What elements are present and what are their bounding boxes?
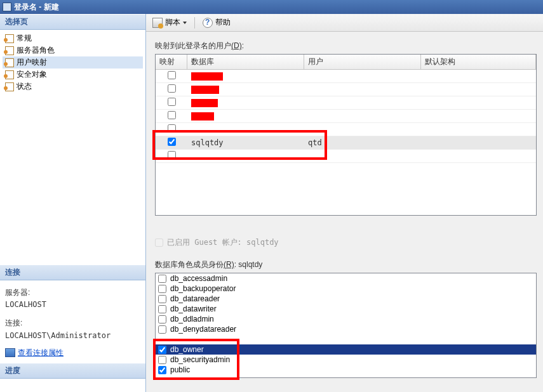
cell-map[interactable]	[156, 151, 187, 161]
page-list: 常规 服务器角色 用户映射 安全对象 状态	[0, 30, 145, 265]
cell-map[interactable]	[156, 138, 187, 148]
conn-label: 连接:	[5, 317, 140, 329]
window-icon	[3, 3, 11, 11]
redacted-text	[191, 99, 218, 107]
guest-checkbox	[155, 238, 163, 247]
map-checkbox[interactable]	[168, 71, 176, 79]
page-status[interactable]: 状态	[3, 81, 143, 93]
role-name: db_denydatareader	[170, 325, 236, 334]
role-item[interactable]: db_denydatareader	[156, 324, 536, 334]
map-checkbox[interactable]	[168, 98, 176, 106]
roles-list[interactable]: db_accessadmindb_backupoperatordb_datare…	[155, 273, 537, 378]
role-name: db_ddladmin	[170, 315, 214, 323]
connection-info: 服务器: LOCALHOST 连接: LOCALHOST\Administrat…	[0, 280, 145, 363]
page-label: 状态	[17, 81, 32, 92]
server-value: LOCALHOST	[5, 299, 140, 311]
page-label: 服务器角色	[17, 45, 55, 56]
help-label: 帮助	[215, 17, 231, 28]
progress-header: 进度	[0, 363, 145, 379]
table-row[interactable]	[156, 70, 536, 83]
left-panel: 选择页 常规 服务器角色 用户映射 安全对象 状态 连接	[0, 14, 146, 392]
map-checkbox[interactable]	[168, 138, 176, 146]
role-item[interactable]: db_accessadmin	[156, 273, 536, 284]
cell-map[interactable]	[156, 124, 187, 134]
redacted-text	[191, 112, 214, 121]
page-label: 安全对象	[17, 69, 47, 80]
chevron-down-icon	[183, 22, 187, 24]
role-checkbox[interactable]	[158, 356, 166, 364]
guest-label: 已启用 Guest 帐户: sqlqtdy	[167, 237, 279, 248]
redacted-text	[191, 72, 223, 81]
role-item[interactable]: db_datawriter	[156, 304, 536, 314]
view-props-label: 查看连接属性	[18, 347, 64, 359]
role-name: db_backupoperator	[170, 284, 236, 293]
cell-map[interactable]	[156, 71, 187, 81]
mapping-grid[interactable]: 映射 数据库 用户 默认架构 sqlqtdyqtd	[155, 54, 537, 216]
role-item[interactable]: db_datareader	[156, 294, 536, 304]
cell-map[interactable]	[156, 84, 187, 95]
cell-db[interactable]	[187, 85, 304, 94]
page-icon	[4, 58, 14, 67]
role-item[interactable]: db_backupoperator	[156, 284, 536, 294]
table-row[interactable]	[156, 123, 536, 136]
role-checkbox[interactable]	[158, 366, 166, 374]
role-name: db_datawriter	[170, 304, 217, 313]
guest-enabled-checkbox: 已启用 Guest 帐户: sqlqtdy	[155, 237, 537, 248]
cell-db[interactable]	[187, 112, 304, 121]
roles-label: 数据库角色成员身份(R): sqlqtdy	[155, 259, 537, 270]
cell-user[interactable]: qtd	[304, 138, 421, 147]
col-user[interactable]: 用户	[304, 55, 421, 69]
role-checkbox[interactable]	[158, 305, 166, 313]
role-checkbox[interactable]	[158, 315, 166, 323]
select-page-header: 选择页	[0, 14, 145, 30]
page-label: 常规	[17, 33, 32, 44]
page-securables[interactable]: 安全对象	[3, 69, 143, 81]
page-general[interactable]: 常规	[3, 32, 143, 44]
role-name: db_accessadmin	[170, 274, 227, 283]
main-content: 映射到此登录名的用户(D): 映射 数据库 用户 默认架构 sqlqtdyqtd…	[146, 32, 543, 392]
help-button[interactable]: 帮助	[200, 16, 233, 29]
role-checkbox[interactable]	[158, 346, 166, 354]
col-db[interactable]: 数据库	[187, 55, 304, 69]
role-item[interactable]: db_owner	[156, 344, 536, 355]
role-checkbox[interactable]	[158, 285, 166, 293]
role-item[interactable]: db_securityadmin	[156, 355, 536, 365]
mapping-label: 映射到此登录名的用户(D):	[155, 41, 537, 51]
table-row[interactable]	[156, 83, 536, 96]
server-label: 服务器:	[5, 287, 140, 299]
cell-db[interactable]: sqlqtdy	[187, 138, 304, 147]
role-item[interactable]: public	[156, 365, 536, 375]
cell-map[interactable]	[156, 111, 187, 121]
role-name: db_securityadmin	[170, 355, 230, 364]
page-user-mapping[interactable]: 用户映射	[3, 56, 143, 69]
role-checkbox[interactable]	[158, 325, 166, 334]
window-title: 登录名 - 新建	[14, 2, 59, 13]
map-checkbox[interactable]	[168, 84, 176, 93]
connection-header: 连接	[0, 265, 145, 280]
col-map[interactable]: 映射	[156, 55, 187, 69]
table-row[interactable]	[156, 150, 536, 163]
cell-db[interactable]	[187, 72, 304, 81]
toolbar-separator	[194, 17, 195, 29]
page-server-roles[interactable]: 服务器角色	[3, 44, 143, 56]
table-row[interactable]: sqlqtdyqtd	[156, 136, 536, 150]
cell-db[interactable]	[187, 98, 304, 107]
view-connection-props-link[interactable]: 查看连接属性	[5, 347, 140, 359]
role-item[interactable]: db_ddladmin	[156, 314, 536, 324]
map-checkbox[interactable]	[168, 124, 176, 133]
map-checkbox[interactable]	[168, 151, 176, 159]
role-checkbox[interactable]	[158, 275, 166, 283]
help-icon	[203, 18, 213, 28]
script-button[interactable]: 脚本	[150, 16, 189, 29]
map-checkbox[interactable]	[168, 111, 176, 119]
col-schema[interactable]: 默认架构	[421, 55, 536, 69]
table-row[interactable]	[156, 96, 536, 110]
cell-map[interactable]	[156, 98, 187, 108]
script-label: 脚本	[165, 17, 180, 28]
script-icon	[152, 18, 163, 28]
role-name: public	[170, 365, 190, 374]
role-name: db_datareader	[170, 294, 220, 303]
table-row[interactable]	[156, 110, 536, 123]
role-checkbox[interactable]	[158, 295, 166, 303]
grid-body: sqlqtdyqtd	[156, 70, 536, 163]
